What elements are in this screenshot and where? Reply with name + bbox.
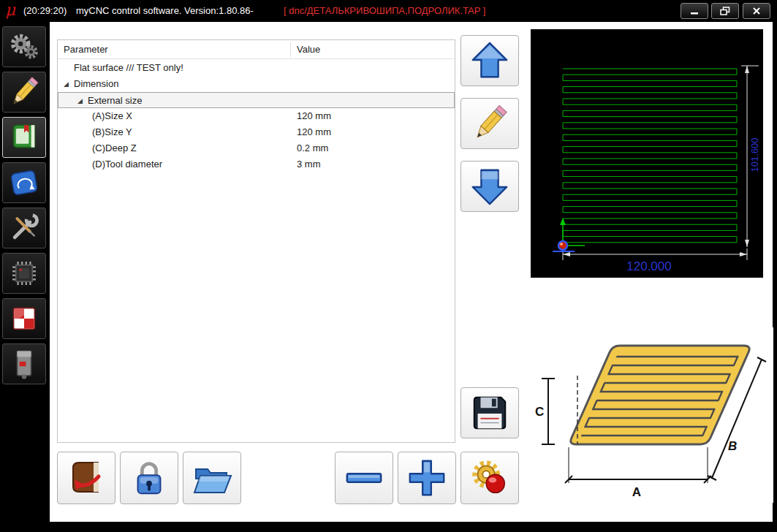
save-button[interactable]	[460, 387, 519, 438]
exit-button[interactable]	[57, 452, 115, 504]
sidebar-item-edit[interactable]	[2, 72, 46, 113]
app-title: myCNC control software. Version:1.80.86-	[76, 5, 254, 16]
parameter-table: Parameter Value Flat surface /// TEST on…	[57, 39, 455, 443]
sidebar	[0, 22, 50, 532]
label-c: C	[535, 405, 544, 419]
sidebar-item-diagnostics[interactable]	[2, 298, 46, 339]
maximize-button[interactable]	[711, 3, 739, 19]
book-icon	[7, 120, 42, 155]
floppy-disk-icon	[469, 392, 511, 434]
dimension-illustration: C A B	[532, 327, 773, 503]
close-button[interactable]	[743, 3, 770, 19]
dimension-arrows	[563, 66, 749, 256]
parameter-value: 120 mm	[297, 108, 331, 124]
dim-a-lines	[565, 447, 711, 483]
motor-icon	[7, 346, 42, 381]
pencil-icon	[469, 102, 511, 145]
clock-text: (20:29:20)	[23, 5, 67, 16]
minimize-button[interactable]	[681, 3, 708, 19]
sidebar-item-mycnc[interactable]	[2, 162, 46, 203]
arrow-down-icon	[469, 165, 511, 208]
mu-logo-icon: μ	[5, 1, 15, 19]
toolpath-canvas: 120.000 101.600	[531, 29, 763, 278]
padlock-icon	[128, 457, 170, 499]
minus-icon	[343, 457, 385, 499]
app-window: μ (20:29:20) myCNC control software. Ver…	[0, 0, 777, 532]
open-file-button[interactable]	[183, 452, 241, 504]
mycnc-tile-icon	[7, 165, 42, 200]
arrow-up-icon	[469, 39, 511, 82]
dimension-lines	[563, 66, 759, 260]
origin-marker	[553, 218, 585, 251]
sidebar-item-program[interactable]	[2, 117, 46, 158]
loaded-file-path: [ dnc/ДЕТАЛЬКРИВОШИПА,ПОДРОЛИК.TAP ]	[284, 5, 485, 16]
parameter-value: 120 mm	[297, 124, 331, 140]
parameter-value: 0.2 mm	[297, 140, 328, 156]
column-parameter: Parameter	[64, 44, 108, 55]
restore-icon	[720, 7, 730, 16]
open-folder-icon	[190, 456, 234, 500]
table-row[interactable]: (C)Deep Z0.2 mm	[58, 140, 455, 156]
sidebar-item-settings[interactable]	[2, 26, 46, 67]
table-row[interactable]: ◢External size	[58, 92, 455, 108]
parameter-name: External size	[88, 93, 142, 109]
lock-button[interactable]	[120, 452, 178, 504]
table-row[interactable]: Flat surface /// TEST only!	[58, 60, 455, 76]
dim-height-text: 101.600	[749, 138, 760, 172]
parameter-rows: Flat surface /// TEST only!◢Dimension◢Ex…	[58, 60, 455, 442]
parameter-name: Flat surface /// TEST only!	[74, 60, 183, 76]
move-up-button[interactable]	[460, 35, 519, 86]
expand-triangle-icon[interactable]: ◢	[64, 76, 69, 92]
label-a: A	[632, 485, 641, 499]
parameter-name: (B)Size Y	[92, 124, 132, 140]
sidebar-item-motor[interactable]	[2, 343, 46, 384]
pencil-icon	[7, 75, 42, 110]
chip-icon	[7, 256, 42, 291]
plus-icon	[406, 457, 448, 499]
parameter-value: 3 mm	[297, 156, 321, 172]
label-b: B	[728, 439, 737, 453]
checkered-icon	[7, 301, 42, 336]
decrease-button[interactable]	[335, 452, 393, 504]
column-divider	[290, 42, 291, 57]
plate-shape	[571, 346, 749, 444]
process-settings-button[interactable]	[460, 452, 519, 504]
edit-value-button[interactable]	[460, 98, 519, 149]
table-header: Parameter Value	[58, 40, 455, 59]
table-row[interactable]: (B)Size Y120 mm	[58, 124, 455, 140]
parameter-name: (D)Tool diameter	[92, 156, 162, 172]
main-area: Parameter Value Flat surface /// TEST on…	[50, 22, 773, 522]
parameter-name: (A)Size X	[92, 108, 132, 124]
increase-button[interactable]	[398, 452, 456, 504]
table-row[interactable]: ◢Dimension	[58, 76, 455, 92]
expand-triangle-icon[interactable]: ◢	[77, 93, 83, 109]
gear-red-ball-icon	[469, 457, 511, 499]
parameter-name: Dimension	[74, 76, 118, 92]
table-row[interactable]: (A)Size X120 mm	[58, 108, 455, 124]
toolpath-serpentine	[563, 69, 737, 243]
close-icon	[752, 7, 761, 15]
move-down-button[interactable]	[460, 161, 519, 212]
dim-width-text: 120.000	[626, 259, 671, 273]
gears-icon	[7, 29, 42, 64]
column-value: Value	[297, 44, 320, 55]
parameter-name: (C)Deep Z	[92, 140, 137, 156]
minimize-icon	[690, 7, 699, 15]
wrench-icon	[7, 210, 42, 246]
toolpath-preview[interactable]: 120.000 101.600	[531, 29, 763, 278]
book-exit-icon	[64, 456, 108, 500]
sidebar-item-hardware[interactable]	[2, 253, 46, 294]
illustration-canvas: C A B	[532, 327, 773, 503]
table-row[interactable]: (D)Tool diameter3 mm	[58, 156, 455, 172]
titlebar: μ (20:29:20) myCNC control software. Ver…	[0, 0, 777, 22]
sidebar-item-tools[interactable]	[2, 208, 46, 248]
